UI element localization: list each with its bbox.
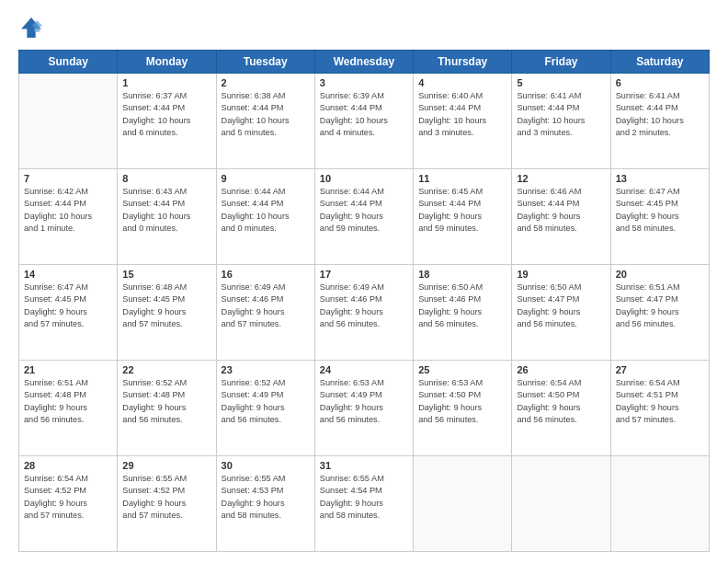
day-number: 28 (24, 460, 112, 471)
week-row-3: 14Sunrise: 6:47 AMSunset: 4:45 PMDayligh… (19, 265, 710, 361)
day-header-sunday: Sunday (19, 51, 118, 74)
day-number: 12 (517, 173, 605, 184)
header (18, 15, 710, 40)
calendar-cell: 11Sunrise: 6:45 AMSunset: 4:44 PMDayligh… (414, 169, 512, 265)
week-row-2: 7Sunrise: 6:42 AMSunset: 4:44 PMDaylight… (19, 169, 710, 265)
day-number: 18 (418, 269, 506, 280)
day-number: 2 (222, 77, 310, 88)
day-header-thursday: Thursday (414, 51, 512, 74)
calendar-cell: 10Sunrise: 6:44 AMSunset: 4:44 PMDayligh… (314, 169, 413, 265)
calendar-cell (414, 456, 512, 552)
week-row-1: 1Sunrise: 6:37 AMSunset: 4:44 PMDaylight… (19, 74, 710, 169)
day-number: 24 (320, 364, 408, 375)
day-number: 11 (418, 173, 506, 184)
calendar-cell: 30Sunrise: 6:55 AMSunset: 4:53 PMDayligh… (216, 456, 314, 552)
week-row-5: 28Sunrise: 6:54 AMSunset: 4:52 PMDayligh… (19, 456, 710, 552)
day-info: Sunrise: 6:50 AMSunset: 4:47 PMDaylight:… (517, 282, 605, 330)
calendar-cell: 27Sunrise: 6:54 AMSunset: 4:51 PMDayligh… (610, 361, 709, 456)
day-info: Sunrise: 6:55 AMSunset: 4:53 PMDaylight:… (222, 473, 310, 522)
day-info: Sunrise: 6:41 AMSunset: 4:44 PMDaylight:… (616, 90, 704, 139)
calendar-cell: 22Sunrise: 6:52 AMSunset: 4:48 PMDayligh… (118, 361, 216, 456)
day-info: Sunrise: 6:53 AMSunset: 4:50 PMDaylight:… (418, 377, 506, 426)
day-info: Sunrise: 6:45 AMSunset: 4:44 PMDaylight:… (418, 186, 506, 235)
logo-icon (18, 15, 44, 40)
day-info: Sunrise: 6:42 AMSunset: 4:44 PMDaylight:… (24, 186, 112, 235)
day-info: Sunrise: 6:52 AMSunset: 4:48 PMDaylight:… (122, 377, 210, 426)
day-info: Sunrise: 6:39 AMSunset: 4:44 PMDaylight:… (320, 90, 408, 139)
calendar-cell: 4Sunrise: 6:40 AMSunset: 4:44 PMDaylight… (414, 74, 512, 169)
calendar-cell: 15Sunrise: 6:48 AMSunset: 4:45 PMDayligh… (118, 265, 216, 361)
day-number: 5 (517, 77, 605, 88)
calendar-cell: 7Sunrise: 6:42 AMSunset: 4:44 PMDaylight… (19, 169, 118, 265)
day-number: 4 (418, 77, 506, 88)
week-row-4: 21Sunrise: 6:51 AMSunset: 4:48 PMDayligh… (19, 361, 710, 456)
calendar-cell: 19Sunrise: 6:50 AMSunset: 4:47 PMDayligh… (512, 265, 610, 361)
calendar-cell: 31Sunrise: 6:55 AMSunset: 4:54 PMDayligh… (314, 456, 413, 552)
calendar-cell: 21Sunrise: 6:51 AMSunset: 4:48 PMDayligh… (19, 361, 118, 456)
day-info: Sunrise: 6:38 AMSunset: 4:44 PMDaylight:… (222, 90, 310, 139)
calendar-cell: 8Sunrise: 6:43 AMSunset: 4:44 PMDaylight… (118, 169, 216, 265)
calendar-cell (512, 456, 610, 552)
day-header-wednesday: Wednesday (314, 51, 413, 74)
day-header-friday: Friday (512, 51, 610, 74)
day-info: Sunrise: 6:47 AMSunset: 4:45 PMDaylight:… (24, 282, 112, 330)
day-info: Sunrise: 6:43 AMSunset: 4:44 PMDaylight:… (122, 186, 210, 235)
day-number: 14 (24, 269, 112, 280)
day-number: 13 (616, 173, 704, 184)
calendar-cell: 17Sunrise: 6:49 AMSunset: 4:46 PMDayligh… (314, 265, 413, 361)
calendar-cell: 23Sunrise: 6:52 AMSunset: 4:49 PMDayligh… (216, 361, 314, 456)
header-row: SundayMondayTuesdayWednesdayThursdayFrid… (19, 51, 710, 74)
calendar-table: SundayMondayTuesdayWednesdayThursdayFrid… (18, 50, 710, 552)
day-info: Sunrise: 6:50 AMSunset: 4:46 PMDaylight:… (418, 282, 506, 330)
logo (18, 15, 46, 40)
calendar-cell: 5Sunrise: 6:41 AMSunset: 4:44 PMDaylight… (512, 74, 610, 169)
day-info: Sunrise: 6:54 AMSunset: 4:51 PMDaylight:… (616, 377, 704, 426)
calendar-cell: 25Sunrise: 6:53 AMSunset: 4:50 PMDayligh… (414, 361, 512, 456)
day-header-saturday: Saturday (610, 51, 709, 74)
calendar-cell: 26Sunrise: 6:54 AMSunset: 4:50 PMDayligh… (512, 361, 610, 456)
calendar-cell: 3Sunrise: 6:39 AMSunset: 4:44 PMDaylight… (314, 74, 413, 169)
day-info: Sunrise: 6:49 AMSunset: 4:46 PMDaylight:… (222, 282, 310, 330)
day-number: 31 (320, 460, 408, 471)
day-info: Sunrise: 6:44 AMSunset: 4:44 PMDaylight:… (320, 186, 408, 235)
calendar-cell (19, 74, 118, 169)
calendar-cell: 6Sunrise: 6:41 AMSunset: 4:44 PMDaylight… (610, 74, 709, 169)
day-number: 23 (222, 364, 310, 375)
calendar-cell: 18Sunrise: 6:50 AMSunset: 4:46 PMDayligh… (414, 265, 512, 361)
day-info: Sunrise: 6:52 AMSunset: 4:49 PMDaylight:… (222, 377, 310, 426)
day-info: Sunrise: 6:40 AMSunset: 4:44 PMDaylight:… (418, 90, 506, 139)
calendar-cell: 24Sunrise: 6:53 AMSunset: 4:49 PMDayligh… (314, 361, 413, 456)
calendar-cell: 16Sunrise: 6:49 AMSunset: 4:46 PMDayligh… (216, 265, 314, 361)
calendar-cell: 20Sunrise: 6:51 AMSunset: 4:47 PMDayligh… (610, 265, 709, 361)
day-info: Sunrise: 6:37 AMSunset: 4:44 PMDaylight:… (122, 90, 210, 139)
day-number: 21 (24, 364, 112, 375)
day-info: Sunrise: 6:53 AMSunset: 4:49 PMDaylight:… (320, 377, 408, 426)
day-number: 10 (320, 173, 408, 184)
day-info: Sunrise: 6:46 AMSunset: 4:44 PMDaylight:… (517, 186, 605, 235)
calendar-cell: 1Sunrise: 6:37 AMSunset: 4:44 PMDaylight… (118, 74, 216, 169)
day-info: Sunrise: 6:54 AMSunset: 4:50 PMDaylight:… (517, 377, 605, 426)
day-number: 22 (122, 364, 210, 375)
day-info: Sunrise: 6:44 AMSunset: 4:44 PMDaylight:… (222, 186, 310, 235)
day-number: 9 (222, 173, 310, 184)
day-header-monday: Monday (118, 51, 216, 74)
day-number: 6 (616, 77, 704, 88)
day-number: 29 (122, 460, 210, 471)
day-number: 27 (616, 364, 704, 375)
day-info: Sunrise: 6:48 AMSunset: 4:45 PMDaylight:… (122, 282, 210, 330)
calendar-cell: 2Sunrise: 6:38 AMSunset: 4:44 PMDaylight… (216, 74, 314, 169)
day-info: Sunrise: 6:55 AMSunset: 4:52 PMDaylight:… (122, 473, 210, 522)
calendar-cell: 14Sunrise: 6:47 AMSunset: 4:45 PMDayligh… (19, 265, 118, 361)
day-info: Sunrise: 6:55 AMSunset: 4:54 PMDaylight:… (320, 473, 408, 522)
day-number: 16 (222, 269, 310, 280)
day-number: 7 (24, 173, 112, 184)
day-number: 15 (122, 269, 210, 280)
calendar-cell: 13Sunrise: 6:47 AMSunset: 4:45 PMDayligh… (610, 169, 709, 265)
day-number: 3 (320, 77, 408, 88)
day-header-tuesday: Tuesday (216, 51, 314, 74)
calendar-cell: 29Sunrise: 6:55 AMSunset: 4:52 PMDayligh… (118, 456, 216, 552)
calendar-cell (610, 456, 709, 552)
page: SundayMondayTuesdayWednesdayThursdayFrid… (0, 0, 728, 563)
day-number: 19 (517, 269, 605, 280)
day-number: 20 (616, 269, 704, 280)
